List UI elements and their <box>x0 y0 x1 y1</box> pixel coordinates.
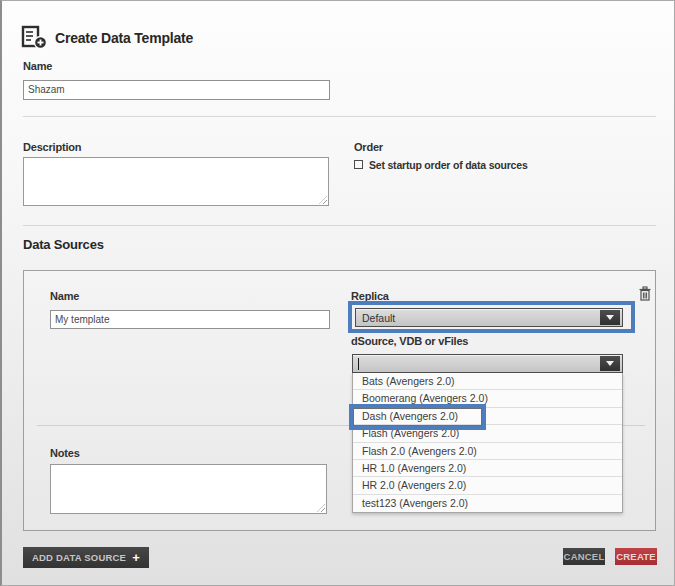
create-data-template-dialog: Create Data Template Name Description Or… <box>0 0 675 586</box>
dsource-option-list: Bats (Avengers 2.0) Boomerang (Avengers … <box>352 373 623 513</box>
document-plus-icon <box>21 25 48 50</box>
dsource-label: dSource, VDB or vFiles <box>351 335 468 347</box>
startup-order-checkbox[interactable] <box>354 160 363 169</box>
dropdown-option[interactable]: Bats (Avengers 2.0) <box>353 373 622 390</box>
dropdown-option[interactable]: Flash 2.0 (Avengers 2.0) <box>353 443 622 460</box>
data-source-card: Name Replica Default dSource, VDB or vFi… <box>23 270 656 531</box>
dropdown-option[interactable]: HR 2.0 (Avengers 2.0) <box>353 477 622 494</box>
dsource-combobox[interactable] <box>352 354 623 373</box>
divider <box>23 225 656 226</box>
add-data-source-button[interactable]: ADD DATA SOURCE + <box>23 547 149 568</box>
trash-icon[interactable] <box>638 286 652 302</box>
dropdown-option[interactable]: test123 (Avengers 2.0) <box>353 495 622 512</box>
description-label: Description <box>23 141 81 153</box>
notes-label: Notes <box>50 447 80 459</box>
notes-textarea[interactable] <box>50 464 327 514</box>
replica-selected-value: Default <box>362 309 395 326</box>
plus-icon: + <box>132 551 140 564</box>
order-label: Order <box>354 141 383 153</box>
data-sources-heading: Data Sources <box>23 237 104 252</box>
dropdown-option[interactable]: Flash (Avengers 2.0) <box>353 425 622 442</box>
chevron-down-icon <box>606 315 614 320</box>
startup-order-checkbox-label: Set startup order of data sources <box>369 159 528 171</box>
source-name-input[interactable] <box>50 310 330 329</box>
chevron-down-icon <box>606 361 614 366</box>
dsource-dropdown-button[interactable] <box>600 356 620 371</box>
dropdown-option[interactable]: HR 1.0 (Avengers 2.0) <box>353 460 622 477</box>
create-button[interactable]: CREATE <box>615 548 657 565</box>
description-textarea[interactable] <box>23 157 329 206</box>
name-input[interactable] <box>23 80 330 100</box>
replica-dropdown-button[interactable] <box>600 310 620 325</box>
dropdown-option[interactable]: Dash (Avengers 2.0) <box>353 408 622 425</box>
source-name-label: Name <box>50 290 79 302</box>
add-data-source-label: ADD DATA SOURCE <box>32 552 126 563</box>
cancel-button[interactable]: CANCEL <box>563 548 605 565</box>
text-cursor <box>358 358 359 370</box>
replica-select[interactable]: Default <box>355 308 623 327</box>
page-title: Create Data Template <box>55 30 193 46</box>
name-label: Name <box>23 60 52 72</box>
dropdown-option[interactable]: Boomerang (Avengers 2.0) <box>353 390 622 407</box>
divider <box>23 116 656 117</box>
replica-label: Replica <box>351 290 389 302</box>
